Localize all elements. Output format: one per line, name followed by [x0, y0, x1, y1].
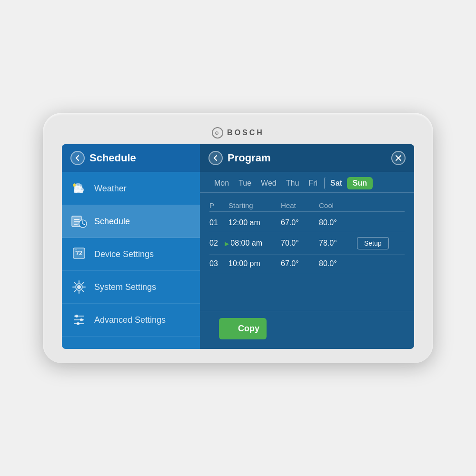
day-tab-thu[interactable]: Thu: [281, 177, 304, 189]
heat-03: 67.0°: [281, 259, 319, 268]
period-01: 01: [209, 218, 228, 227]
sidebar-item-system-settings[interactable]: System Settings: [62, 271, 200, 304]
cool-01: 80.0°: [319, 218, 357, 227]
starting-02: ▶ 08:00 am: [228, 239, 281, 248]
sidebar-item-device-settings-label: Device Settings: [94, 249, 154, 259]
sidebar: Schedule: [62, 144, 200, 349]
svg-point-8: [73, 184, 76, 187]
schedule-icon: [70, 213, 88, 230]
heat-01: 67.0°: [281, 218, 319, 227]
sidebar-item-system-settings-label: System Settings: [94, 282, 156, 292]
setup-btn-container: Setup: [357, 237, 405, 249]
cloud-icon: [70, 180, 88, 197]
day-tab-tue[interactable]: Tue: [234, 177, 256, 189]
copy-button[interactable]: Copy: [219, 318, 267, 339]
schedule-table: P Starting Heat Cool 01 12:00 am 67.0° 8…: [200, 193, 414, 311]
content-footer: Copy: [200, 311, 414, 349]
svg-point-25: [75, 315, 78, 317]
starting-03: 10:00 pm: [228, 259, 281, 268]
gear-icon: [70, 278, 88, 296]
sidebar-title: Schedule: [89, 152, 136, 164]
period-03: 03: [209, 259, 228, 268]
table-row[interactable]: 01 12:00 am 67.0° 80.0°: [209, 214, 405, 232]
content-title: Program: [228, 152, 270, 164]
sidebar-item-device-settings[interactable]: 72 Device Settings: [62, 238, 200, 271]
cool-03: 80.0°: [319, 259, 357, 268]
sidebar-header: Schedule: [62, 144, 200, 172]
content-back-arrow-icon: [212, 155, 219, 161]
sidebar-item-schedule-label: Schedule: [94, 217, 130, 227]
svg-point-27: [80, 318, 83, 321]
col-header-extra: [357, 201, 405, 209]
svg-point-22: [77, 285, 81, 289]
sidebar-item-advanced-settings-label: Advanced Settings: [94, 315, 166, 325]
sidebar-item-advanced-settings[interactable]: Advanced Settings: [62, 304, 200, 337]
cool-02: 78.0°: [319, 239, 357, 248]
sliders-icon: [70, 311, 88, 328]
thermostat-icon: 72: [70, 246, 88, 263]
table-row[interactable]: 03 10:00 pm 67.0° 80.0°: [209, 255, 405, 273]
svg-rect-3: [74, 190, 83, 193]
day-tabs: Mon Tue Wed Thu Fri Sat Sun: [200, 172, 414, 193]
content-header-left: Program: [208, 151, 270, 165]
svg-rect-14: [74, 224, 78, 225]
svg-rect-7: [74, 186, 82, 188]
content-area: Program Mon Tue Wed Thu Fri Sat Sun: [200, 144, 414, 349]
device-frame: ⊙ BOSCH Schedule: [43, 113, 433, 363]
starting-01: 12:00 am: [228, 218, 281, 227]
screen: Schedule: [62, 144, 414, 349]
day-tab-mon[interactable]: Mon: [209, 177, 234, 189]
close-icon: [395, 155, 402, 161]
active-play-icon: ▶: [225, 240, 230, 247]
day-tab-fri[interactable]: Fri: [304, 177, 322, 189]
sidebar-item-weather-label: Weather: [94, 184, 127, 194]
back-arrow-icon: [74, 155, 81, 161]
table-row[interactable]: 02 ▶ 08:00 am 70.0° 78.0° Setup: [209, 232, 405, 255]
table-header: P Starting Heat Cool: [209, 198, 405, 212]
svg-rect-13: [74, 221, 79, 222]
day-tab-sun[interactable]: Sun: [347, 177, 373, 189]
sidebar-back-button[interactable]: [70, 151, 85, 165]
svg-text:72: 72: [76, 250, 82, 257]
setup-button[interactable]: Setup: [357, 237, 389, 249]
sidebar-item-weather[interactable]: Weather: [62, 172, 200, 205]
col-header-cool: Cool: [319, 201, 357, 209]
col-header-heat: Heat: [281, 201, 319, 209]
brand-logo: ⊙ BOSCH: [62, 127, 414, 139]
day-tab-sat[interactable]: Sat: [324, 177, 347, 189]
svg-rect-12: [74, 219, 79, 220]
brand-name: BOSCH: [227, 129, 264, 137]
col-header-p: P: [209, 201, 228, 209]
bosch-circle-icon: ⊙: [212, 127, 223, 139]
content-header: Program: [200, 144, 414, 172]
heat-02: 70.0°: [281, 239, 319, 248]
content-back-button[interactable]: [208, 151, 223, 165]
col-header-starting: Starting: [228, 201, 281, 209]
sidebar-item-schedule[interactable]: Schedule: [62, 205, 200, 238]
svg-point-29: [77, 322, 79, 325]
day-tab-wed[interactable]: Wed: [256, 177, 281, 189]
content-close-button[interactable]: [391, 151, 406, 165]
